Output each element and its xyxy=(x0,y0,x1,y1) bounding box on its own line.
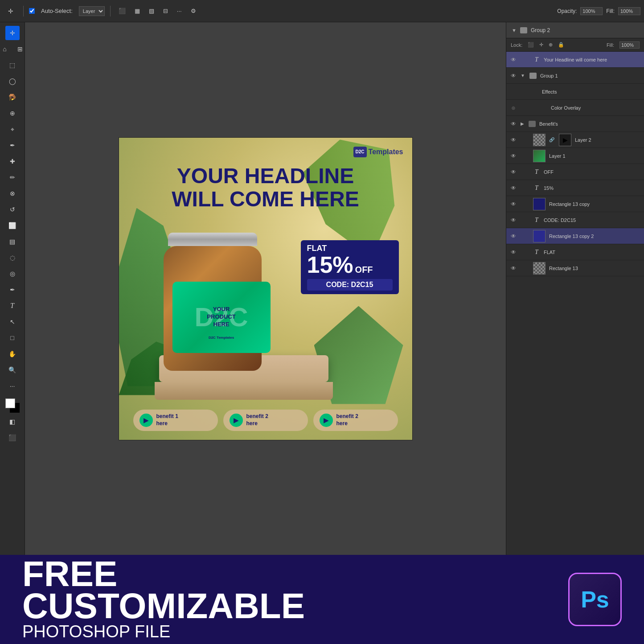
opacity-label: Opacity: xyxy=(557,8,577,14)
eye-icon-overlay[interactable]: ◎ xyxy=(510,104,517,111)
layer-select[interactable]: Layer xyxy=(79,6,105,16)
layer-rect13[interactable]: 👁 Rectangle 13 xyxy=(506,260,644,276)
pen-tool[interactable]: ✒ xyxy=(5,283,20,297)
layer-flat[interactable]: 👁 T FLAT xyxy=(506,244,644,260)
more-tools-icon[interactable]: ··· xyxy=(5,379,20,393)
opacity-input[interactable] xyxy=(580,7,603,15)
lock-art-icon[interactable]: ⊕ xyxy=(549,42,553,48)
layer-code[interactable]: 👁 T CODE: D2C15 xyxy=(506,212,644,228)
promo-text: FREE CUSTOMIZABLE PHOTOSHOP FILE xyxy=(22,558,568,641)
jar-label-text: YOUR PRODUCT HERE xyxy=(207,306,235,328)
quick-select-tool[interactable]: ⊕ xyxy=(5,106,20,120)
layer-headline-text[interactable]: 👁 T Your Headline will come here xyxy=(506,52,644,68)
shape-tool[interactable]: □ xyxy=(5,331,20,345)
canvas-area: D2C Templates YOUR HEADLINE WILL COME HE… xyxy=(25,22,506,555)
eye-icon-code[interactable]: 👁 xyxy=(510,217,517,224)
type-tool[interactable]: T xyxy=(5,299,20,313)
benefit-text-2: benefit 2here xyxy=(246,413,268,427)
eye-icon-layer1[interactable]: 👁 xyxy=(510,152,517,160)
toolbar-right: Opacity: Fill: xyxy=(557,7,640,15)
layer-rect13-copy2[interactable]: 👁 Rectangle 13 copy 2 xyxy=(506,228,644,244)
canvas-headline: YOUR HEADLINE WILL COME HERE xyxy=(132,164,399,212)
layer-name-layer2: Layer 2 xyxy=(575,137,640,143)
eye-icon-off[interactable]: 👁 xyxy=(510,168,517,176)
jar-label: D2C YOUR PRODUCT HERE D2C Templates xyxy=(172,282,271,353)
lock-pos-icon[interactable]: ✛ xyxy=(539,42,543,48)
healing-brush-tool[interactable]: ✚ xyxy=(5,154,20,168)
eye-icon-rect13[interactable]: 👁 xyxy=(510,265,517,272)
align-left-icon[interactable]: ⬛ xyxy=(116,7,128,15)
layer-name-rect13c: Rectangle 13 copy xyxy=(549,201,640,207)
layer-1[interactable]: 👁 Layer 1 xyxy=(506,148,644,164)
panel-header: ▼ Group 2 xyxy=(506,22,644,38)
blur-tool[interactable]: ◌ xyxy=(5,250,20,265)
headline-line1: YOUR HEADLINE xyxy=(132,164,399,188)
layer-name-rect13: Rectangle 13 xyxy=(549,266,640,271)
path-select-tool[interactable]: ↖ xyxy=(5,315,20,329)
eye-icon-2[interactable]: 👁 xyxy=(510,72,517,79)
layer-group-1[interactable]: 👁 ▼ Group 1 xyxy=(506,68,644,84)
lock-all-icon[interactable]: 🔒 xyxy=(558,42,564,48)
clone-stamp-tool[interactable]: ⊗ xyxy=(5,186,20,201)
eye-icon-benefits[interactable]: 👁 xyxy=(510,120,517,127)
fill-input[interactable] xyxy=(618,7,640,15)
layer-name-flat: FLAT xyxy=(544,250,640,255)
eye-icon-layer2[interactable]: 👁 xyxy=(510,136,517,144)
fill-label: Fill: xyxy=(606,8,615,14)
layer-color-overlay[interactable]: ◎ Color Overlay xyxy=(506,100,644,116)
eye-icon-flat[interactable]: 👁 xyxy=(510,249,517,256)
thumb-rect13c xyxy=(533,198,546,210)
distribute-icon[interactable]: ⊟ xyxy=(160,7,171,15)
align-center-icon[interactable]: ▦ xyxy=(132,7,143,15)
align-right-icon[interactable]: ▧ xyxy=(146,7,157,15)
eye-icon-effects[interactable] xyxy=(510,88,517,95)
foreground-color[interactable] xyxy=(5,398,15,408)
dodge-tool[interactable]: ◎ xyxy=(5,267,20,281)
thumb-rect13 xyxy=(533,262,546,275)
brush-tool[interactable]: ✏ xyxy=(5,170,20,185)
bottom-promo-bar: FREE CUSTOMIZABLE PHOTOSHOP FILE Ps xyxy=(0,555,644,644)
screen-mode-icon[interactable]: ⬛ xyxy=(5,431,20,445)
lock-pixel-icon[interactable]: ⬛ xyxy=(528,42,534,48)
crop-tool[interactable]: ⌖ xyxy=(5,122,20,136)
eye-icon-1[interactable]: 👁 xyxy=(510,56,517,63)
color-swatch[interactable] xyxy=(5,398,20,413)
fill-value-input[interactable] xyxy=(619,41,640,49)
zoom-tool[interactable]: 🔍 xyxy=(5,363,20,377)
layer-name-code: CODE: D2C15 xyxy=(544,217,640,223)
group-title: Group 2 xyxy=(531,27,550,33)
marquee-ellipse-icon[interactable]: ◯ xyxy=(5,74,20,88)
folder-icon-group1 xyxy=(529,73,537,79)
layer-benefits-group[interactable]: 👁 ▶ Benefit's xyxy=(506,116,644,132)
benefit-text-1: benefit 1here xyxy=(156,413,178,427)
layer-2[interactable]: 👁 🔗 ▶ Layer 2 xyxy=(506,132,644,148)
ps-logo: Ps xyxy=(568,573,622,626)
layer-off[interactable]: 👁 T OFF xyxy=(506,164,644,180)
gradient-tool[interactable]: ▤ xyxy=(5,234,20,249)
text-icon-15pct: T xyxy=(533,185,540,192)
eye-icon-rect13c[interactable]: 👁 xyxy=(510,201,517,208)
auto-select-checkbox[interactable] xyxy=(29,8,35,14)
marquee-rect-icon[interactable]: ⬚ xyxy=(5,58,20,72)
lasso-tool[interactable]: 🪤 xyxy=(5,90,20,104)
lock-label: Lock: xyxy=(511,42,522,48)
eraser-tool[interactable]: ⬜ xyxy=(5,218,20,233)
history-brush-tool[interactable]: ↺ xyxy=(5,202,20,217)
thumb-layer1 xyxy=(533,150,546,162)
benefits-arrow[interactable]: ▶ xyxy=(521,121,524,126)
quick-mask-icon[interactable]: ◧ xyxy=(5,414,20,429)
layer-effects[interactable]: Effects xyxy=(506,84,644,100)
move-tool-icon[interactable]: ✛ xyxy=(4,4,18,18)
hand-tool[interactable]: ✋ xyxy=(5,347,20,361)
benefit-arrow-2: ▶ xyxy=(230,414,243,427)
eyedropper-tool[interactable]: ✒ xyxy=(5,138,20,152)
move-tool[interactable]: ✛ xyxy=(5,26,20,40)
group1-arrow[interactable]: ▼ xyxy=(521,73,525,78)
layer-15pct[interactable]: 👁 T 15% xyxy=(506,180,644,196)
settings-icon[interactable]: ⚙ xyxy=(188,7,199,15)
home-icon[interactable]: ⌂ xyxy=(0,42,12,56)
eye-icon-rect13c2[interactable]: 👁 xyxy=(510,233,517,240)
more-options-icon[interactable]: ··· xyxy=(174,7,185,15)
eye-icon-15pct[interactable]: 👁 xyxy=(510,185,517,192)
layer-rect13-copy[interactable]: 👁 Rectangle 13 copy xyxy=(506,196,644,212)
